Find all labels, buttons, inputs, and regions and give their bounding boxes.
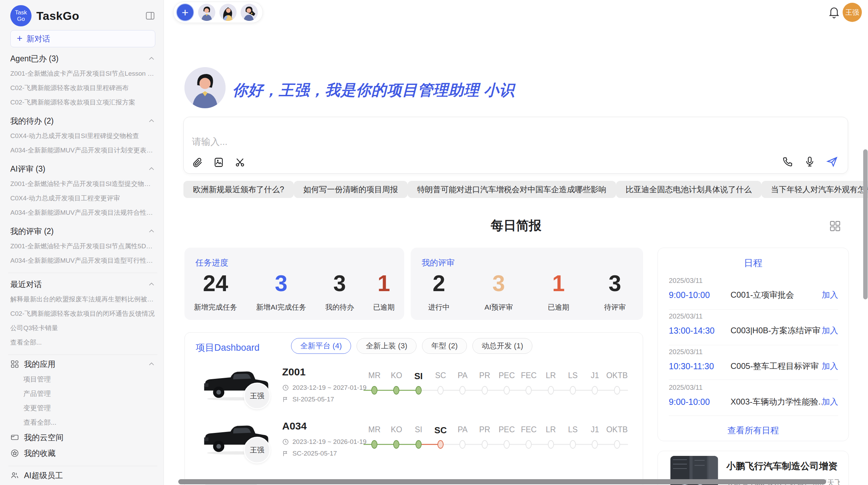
chat-input-box[interactable]: 请输入... bbox=[183, 117, 848, 174]
star-badge-icon bbox=[10, 449, 19, 458]
list-item[interactable]: C0X4-动力总成开发项目SI里程碑提交物检查 bbox=[10, 129, 155, 143]
sidebar-item-my-apps[interactable]: 我的应用 bbox=[10, 356, 155, 372]
join-meeting-link[interactable]: 加入 bbox=[822, 361, 838, 372]
schedule-item: 2025/03/11 9:00-10:00 X003-车辆动力学性能验... 加… bbox=[669, 384, 838, 407]
list-item[interactable]: A034-全新新能源MUV产品开发项目造型可行性评审 bbox=[10, 253, 155, 268]
view-all-apps[interactable]: 查看全部... bbox=[10, 415, 155, 430]
layout-grid-icon[interactable] bbox=[829, 220, 841, 232]
vertical-scrollbar[interactable] bbox=[863, 149, 868, 299]
input-placeholder: 请输入... bbox=[192, 136, 228, 148]
suggestion-chips: 欧洲新规最近颁布了什么? 如何写一份清晰的项目周报 特朗普可能对进口汽车增税会对… bbox=[183, 181, 849, 198]
card-title: 我的评审 bbox=[422, 257, 455, 268]
suggestion-chip[interactable]: 如何写一份清晰的项目周报 bbox=[294, 181, 408, 198]
milestone-dot-done bbox=[371, 440, 377, 449]
milestone-dot bbox=[482, 386, 488, 395]
attachment-icon[interactable] bbox=[192, 157, 203, 168]
section-header-my-review[interactable]: 我的评审 (2) bbox=[10, 223, 155, 239]
schedule-title: 日程 bbox=[658, 257, 848, 269]
flag-icon bbox=[282, 450, 289, 457]
sidebar-item-ai-employee[interactable]: AI超级员工 bbox=[10, 468, 155, 483]
tab-new-body[interactable]: 全新上装 (3) bbox=[357, 338, 417, 354]
horizontal-scrollbar[interactable] bbox=[178, 479, 826, 484]
tab-new-platform[interactable]: 全新平台 (4) bbox=[291, 338, 351, 354]
divider bbox=[669, 309, 838, 310]
add-conversation-button[interactable]: + bbox=[176, 3, 194, 21]
tab-model-year[interactable]: 年型 (2) bbox=[422, 338, 467, 354]
chevron-up-icon[interactable] bbox=[148, 117, 155, 125]
cloud-drive-icon bbox=[10, 433, 19, 442]
scissors-icon[interactable] bbox=[234, 157, 245, 168]
sidebar-item-favorites[interactable]: 我的收藏 bbox=[10, 445, 155, 461]
image-icon[interactable] bbox=[213, 157, 224, 168]
sidebar-collapse-icon[interactable] bbox=[145, 11, 155, 21]
news-title[interactable]: 小鹏飞行汽车制造公司增资 bbox=[726, 460, 837, 472]
dashboard-title: 项目Dashboard bbox=[196, 341, 260, 354]
milestone-dot-done bbox=[393, 440, 399, 449]
join-meeting-link[interactable]: 加入 bbox=[822, 396, 838, 407]
list-item[interactable]: A034-全新新能源MUV产品开发项目法规符合性评审 bbox=[10, 206, 155, 220]
my-review-card: 我的评审 2进行中 3AI预评审 1已逾期 3待评审 bbox=[411, 248, 643, 320]
chevron-up-icon[interactable] bbox=[148, 360, 155, 368]
section-header-ai-review[interactable]: AI评审 (3) bbox=[10, 161, 155, 177]
microphone-icon[interactable] bbox=[804, 156, 816, 167]
join-meeting-link[interactable]: 加入 bbox=[822, 289, 838, 300]
milestone-dot bbox=[504, 386, 510, 395]
milestone-dot-done bbox=[371, 386, 377, 395]
list-item[interactable]: 公司Q3轻卡销量 bbox=[10, 321, 155, 335]
sidebar-item-product-mgmt[interactable]: 产品管理 bbox=[10, 386, 155, 401]
project-code[interactable]: Z001 bbox=[282, 366, 305, 378]
people-icon bbox=[10, 471, 19, 480]
send-icon[interactable] bbox=[826, 156, 838, 168]
view-all-recent[interactable]: 查看全部... bbox=[10, 335, 155, 350]
suggestion-chip[interactable]: 特朗普可能对进口汽车增税会对中国车企造成哪些影响 bbox=[408, 181, 616, 198]
list-item[interactable]: C0X4-动力总成开发项目工程变更评审 bbox=[10, 191, 155, 206]
phone-call-icon[interactable] bbox=[782, 156, 794, 167]
project-code[interactable]: A034 bbox=[282, 420, 307, 432]
list-item[interactable]: C02-飞腾新能源轻客改款项目立项汇报方案 bbox=[10, 95, 155, 110]
new-chat-label: 新对话 bbox=[26, 34, 50, 44]
greeting-text: 你好，王强，我是你的项目管理助理 小识 bbox=[232, 80, 515, 100]
list-item[interactable]: C02-飞腾新能源轻客改款项目里程碑画布 bbox=[10, 81, 155, 95]
chevron-up-icon[interactable] bbox=[148, 281, 155, 288]
avatar[interactable] bbox=[219, 4, 237, 21]
join-meeting-link[interactable]: 加入 bbox=[822, 325, 838, 336]
list-item[interactable]: 解释最新出台的欧盟报废车法规再生塑料比例被调至15%... bbox=[10, 292, 155, 307]
list-item[interactable]: A034-全新新能源MUV产品开发项目计划变更表编写 bbox=[10, 143, 155, 158]
chevron-up-icon[interactable] bbox=[148, 227, 155, 235]
chevron-up-icon[interactable] bbox=[148, 55, 155, 62]
notification-bell-icon[interactable] bbox=[828, 5, 841, 18]
milestone-dot bbox=[526, 386, 532, 395]
section-header-my-todo[interactable]: 我的待办 (2) bbox=[10, 113, 155, 129]
sidebar-item-change-mgmt[interactable]: 变更管理 bbox=[10, 401, 155, 415]
avatar[interactable] bbox=[198, 4, 215, 21]
list-item[interactable]: Z001-全新燃油皮卡产品开发项目SI节点Lesson Learn报告 bbox=[10, 66, 155, 81]
list-item[interactable]: Z001-全新燃油轻卡产品开发项目SI节点属性5D文件评审 bbox=[10, 239, 155, 253]
new-chat-button[interactable]: + 新对话 bbox=[10, 30, 155, 47]
milestone-dot-done bbox=[393, 386, 399, 395]
assistant-avatar bbox=[184, 67, 226, 108]
suggestion-chip[interactable]: 当下年轻人对汽车外观有怎样的喜好趋势 bbox=[761, 181, 868, 198]
chevron-up-icon[interactable] bbox=[148, 165, 155, 173]
project-owner-badge: 王强 bbox=[244, 437, 270, 463]
sidebar-item-help-write[interactable]: 帮我写作 bbox=[10, 483, 155, 485]
sidebar-item-project-mgmt[interactable]: 项目管理 bbox=[10, 372, 155, 386]
stat: 1已逾期 bbox=[373, 270, 395, 312]
suggestion-chip[interactable]: 比亚迪全固态电池计划具体说了什么 bbox=[616, 181, 761, 198]
view-all-schedule-link[interactable]: 查看所有日程 bbox=[658, 425, 848, 436]
stat: 2进行中 bbox=[428, 270, 450, 312]
milestone-dot bbox=[548, 440, 554, 449]
section-header-agent-done[interactable]: Agent已办 (3) bbox=[10, 51, 155, 66]
avatar[interactable] bbox=[241, 4, 258, 21]
milestone-dot bbox=[526, 440, 532, 449]
user-avatar[interactable]: 王强 bbox=[843, 3, 862, 22]
logo-text-bottom: Go bbox=[17, 16, 25, 22]
suggestion-chip[interactable]: 欧洲新规最近颁布了什么? bbox=[183, 181, 294, 198]
milestone-track: MRKOSISCPAPRPECFECLRLSJ1OKTB bbox=[363, 371, 628, 402]
stat: 3我的待办 bbox=[325, 270, 354, 312]
list-item[interactable]: Z001-全新燃油轻卡产品开发项目SI造型提交物评审 bbox=[10, 177, 155, 191]
list-item[interactable]: C02-飞腾新能源轻客改款项目的闭环通告反馈情况 bbox=[10, 307, 155, 321]
tab-powertrain[interactable]: 动总开发 (1) bbox=[472, 338, 532, 354]
divider bbox=[8, 355, 157, 355]
sidebar-item-cloud-space[interactable]: 我的云空间 bbox=[10, 430, 155, 445]
section-header-recent-chats[interactable]: 最近对话 bbox=[10, 276, 155, 292]
